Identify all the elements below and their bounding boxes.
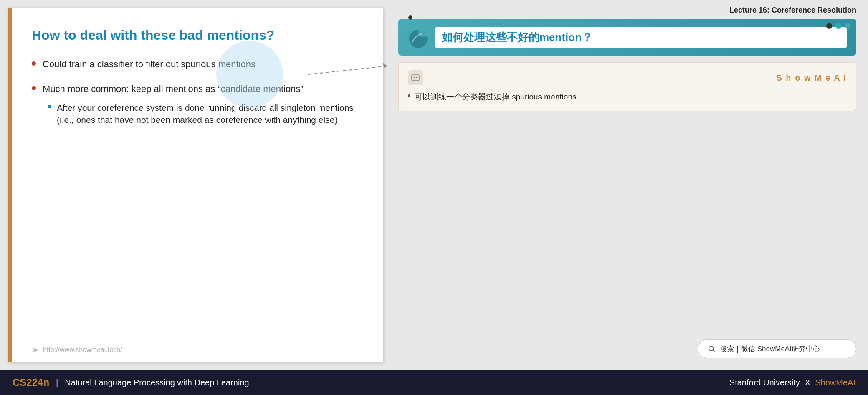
search-bar[interactable]: 搜索｜微信 ShowMeAI研究中心 bbox=[698, 339, 856, 358]
showmeai-brand: S h o w M e A I bbox=[776, 73, 847, 83]
bullet-dot-1 bbox=[32, 61, 36, 66]
ai-face-icon bbox=[410, 73, 420, 83]
dot-light-teal bbox=[845, 23, 850, 29]
bullet-item-1: Could train a classifier to filter out s… bbox=[32, 58, 363, 71]
svg-line-8 bbox=[713, 350, 715, 352]
right-panel: Lecture 16: Coreference Resolution 如何处理这… bbox=[383, 0, 868, 370]
course-name: Natural Language Processing with Deep Le… bbox=[65, 378, 249, 387]
university-name: Stanford University bbox=[729, 378, 800, 387]
footer-url[interactable]: http://www.showmeai.tech/ bbox=[43, 346, 122, 354]
translation-text: 可以训练一个分类器过滤掉 spurious mentions bbox=[415, 91, 576, 103]
translation-card-header: S h o w M e A I bbox=[408, 70, 847, 85]
bullet-2-content: Much more common: keep all mentions as “… bbox=[43, 83, 363, 126]
search-icon bbox=[708, 345, 716, 353]
main-content: How to deal with these bad mentions? Cou… bbox=[0, 0, 868, 370]
zh-title-card: 如何处理这些不好的mention？ bbox=[398, 19, 856, 56]
zh-title-text: 如何处理这些不好的mention？ bbox=[435, 27, 847, 48]
x-mark: X bbox=[805, 378, 812, 387]
course-code: CS224n bbox=[13, 377, 49, 388]
showmeai-icon bbox=[408, 70, 423, 85]
translation-bullet: 可以训练一个分类器过滤掉 spurious mentions bbox=[408, 91, 847, 103]
slide-footer: ➤ http://www.showmeai.tech/ bbox=[12, 340, 383, 362]
svg-rect-4 bbox=[412, 75, 419, 81]
dots-indicator bbox=[826, 23, 850, 29]
small-dot-top bbox=[408, 15, 412, 20]
bottom-divider: | bbox=[56, 378, 58, 387]
cursor-icon: ➤ bbox=[32, 345, 39, 355]
sub-bullet-item-1: After your coreference system is done ru… bbox=[48, 102, 363, 126]
showmeai-brand-bottom: ShowMeAI bbox=[815, 378, 855, 387]
bottom-bar: CS224n | Natural Language Processing wit… bbox=[0, 370, 868, 395]
zh-title-icon bbox=[407, 26, 429, 48]
sub-bullet-dot-1 bbox=[48, 105, 51, 108]
lecture-title: Lecture 16: Coreference Resolution bbox=[729, 6, 856, 14]
translation-card: S h o w M e A I 可以训练一个分类器过滤掉 spurious me… bbox=[398, 62, 856, 111]
dot-teal bbox=[835, 23, 841, 29]
bottom-left: CS224n | Natural Language Processing wit… bbox=[13, 377, 249, 388]
slide-panel: How to deal with these bad mentions? Cou… bbox=[8, 8, 383, 362]
bottom-right: Stanford University X ShowMeAI bbox=[729, 378, 855, 387]
translation-bullet-dot bbox=[408, 94, 410, 97]
slide-title: How to deal with these bad mentions? bbox=[32, 28, 363, 43]
svg-point-3 bbox=[418, 27, 428, 37]
bullet-dot-2 bbox=[32, 86, 36, 90]
sub-bullet-text-1: After your coreference system is done ru… bbox=[57, 102, 363, 126]
slide-content: How to deal with these bad mentions? Cou… bbox=[12, 8, 383, 340]
svg-point-6 bbox=[416, 77, 418, 78]
sub-bullet-list: After your coreference system is done ru… bbox=[43, 102, 363, 126]
svg-point-5 bbox=[414, 77, 415, 78]
slide-bullet-list: Could train a classifier to filter out s… bbox=[32, 58, 363, 126]
search-text: 搜索｜微信 ShowMeAI研究中心 bbox=[720, 344, 820, 354]
dot-dark bbox=[826, 23, 832, 29]
decorative-circle bbox=[216, 41, 283, 108]
bullet-item-2: Much more common: keep all mentions as “… bbox=[32, 83, 363, 126]
right-header: Lecture 16: Coreference Resolution bbox=[398, 0, 856, 19]
